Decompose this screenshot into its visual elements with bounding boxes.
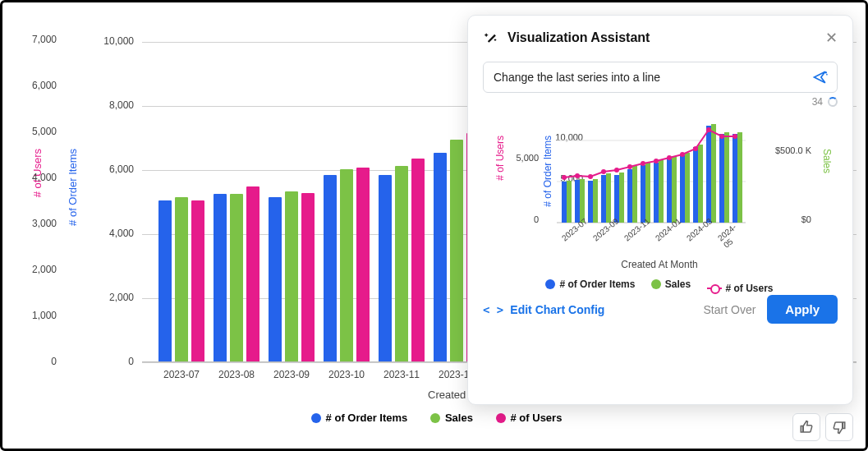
mini-legend-users[interactable]: # of Users xyxy=(707,283,774,294)
bar-order-items[interactable] xyxy=(269,197,282,361)
bar-sales[interactable] xyxy=(340,169,353,361)
bar-users[interactable] xyxy=(191,200,204,361)
prompt-row xyxy=(483,62,838,93)
feedback-row xyxy=(792,413,853,441)
svg-rect-32 xyxy=(737,132,742,223)
y1-tick: 0 xyxy=(7,356,57,367)
bar-users[interactable] xyxy=(246,186,259,361)
mini-x-axis-label: Created At Month xyxy=(483,259,836,270)
panel-header: Visualization Assistant ✕ xyxy=(483,29,838,47)
svg-rect-7 xyxy=(575,180,580,223)
svg-rect-10 xyxy=(593,179,598,223)
y1-tick: 2,000 xyxy=(7,264,57,275)
svg-point-35 xyxy=(588,174,593,179)
y2-tick: 6,000 xyxy=(85,163,134,175)
prompt-input[interactable] xyxy=(492,70,806,85)
svg-point-40 xyxy=(654,159,659,163)
apply-button[interactable]: Apply xyxy=(767,295,838,324)
svg-rect-11 xyxy=(601,175,606,223)
thumbs-up-button[interactable] xyxy=(792,413,820,441)
mini-y1-tick: 5,000 xyxy=(506,153,539,163)
legend-label: Sales xyxy=(665,278,691,290)
thumbs-down-button[interactable] xyxy=(825,413,853,441)
bar-order-items[interactable] xyxy=(379,175,392,361)
svg-rect-22 xyxy=(672,156,677,223)
bar-sales[interactable] xyxy=(395,166,408,361)
x-tick: 2023-10 xyxy=(328,369,365,380)
visualization-assistant-panel: Visualization Assistant ✕ 34 # of Users … xyxy=(467,15,853,405)
app-stage: # of Users # of Order Items 0 1,000 2,00… xyxy=(0,0,868,451)
x-axis-label: Created xyxy=(428,389,466,401)
legend-order-items[interactable]: # of Order Items xyxy=(311,412,408,424)
mini-legend-sales[interactable]: Sales xyxy=(651,278,691,290)
legend-label: # of Users xyxy=(726,283,774,294)
bar-sales[interactable] xyxy=(450,140,463,361)
bar-users[interactable] xyxy=(301,193,315,361)
edit-config-label: Edit Chart Config xyxy=(510,303,604,316)
edit-chart-config-link[interactable]: < > Edit Chart Config xyxy=(483,303,704,316)
mini-y3-tick: $500.0 K xyxy=(775,145,811,155)
close-icon[interactable]: ✕ xyxy=(825,29,838,47)
svg-rect-6 xyxy=(567,181,572,223)
bar-order-items[interactable] xyxy=(158,200,172,361)
legend-sales[interactable]: Sales xyxy=(430,412,473,424)
svg-point-43 xyxy=(693,146,698,151)
mini-y3-tick: $0 xyxy=(801,214,811,224)
svg-rect-23 xyxy=(680,155,685,223)
mini-legend: # of Order Items Sales # of Users xyxy=(483,278,836,294)
bar-sales[interactable] xyxy=(230,194,243,361)
svg-rect-29 xyxy=(719,134,724,223)
svg-rect-12 xyxy=(606,173,611,223)
bar-order-items[interactable] xyxy=(434,153,447,361)
y2-ticks: 0 2,000 4,000 6,000 8,000 10,000 xyxy=(85,17,137,362)
y1-tick: 5,000 xyxy=(7,126,57,137)
legend-label: # of Users xyxy=(511,412,563,424)
svg-point-44 xyxy=(706,127,711,132)
x-tick: 2023-08 xyxy=(218,369,255,380)
mini-y3-label: Sales xyxy=(821,149,833,173)
x-tick: 2023-11 xyxy=(383,369,420,380)
svg-rect-15 xyxy=(627,169,632,223)
bar-sales[interactable] xyxy=(175,197,188,361)
svg-point-41 xyxy=(667,155,672,160)
svg-rect-26 xyxy=(698,145,703,223)
svg-rect-18 xyxy=(645,163,650,223)
send-icon[interactable] xyxy=(812,69,829,85)
bar-order-items[interactable] xyxy=(324,175,337,361)
legend-users[interactable]: # of Users xyxy=(496,412,563,424)
mini-y1-label: # of Users xyxy=(494,136,506,181)
mini-y1-tick: 0 xyxy=(506,214,539,224)
svg-point-33 xyxy=(562,175,567,180)
start-over-link[interactable]: Start Over xyxy=(704,303,756,316)
svg-point-45 xyxy=(719,134,724,139)
bar-order-items[interactable] xyxy=(214,194,227,361)
spinner-icon xyxy=(828,97,838,107)
bar-group xyxy=(214,186,259,361)
svg-rect-27 xyxy=(706,126,711,223)
y1-tick: 6,000 xyxy=(7,80,57,91)
main-legend: # of Order Items Sales # of Users xyxy=(2,412,868,426)
code-icon: < > xyxy=(483,303,503,316)
svg-point-1 xyxy=(826,74,828,76)
mini-chart-preview: # of Users # of Order Items Sales 0 5,00… xyxy=(483,116,838,288)
bar-sales[interactable] xyxy=(285,191,298,361)
svg-point-34 xyxy=(575,173,580,178)
svg-point-39 xyxy=(641,161,645,166)
legend-label: # of Order Items xyxy=(559,278,635,290)
token-counter: 34 xyxy=(483,96,838,108)
svg-rect-19 xyxy=(654,163,659,223)
svg-rect-31 xyxy=(733,134,737,223)
y2-tick: 8,000 xyxy=(85,99,134,111)
y2-tick: 0 xyxy=(85,356,134,367)
bar-group xyxy=(324,168,370,361)
svg-point-42 xyxy=(680,152,685,157)
svg-point-36 xyxy=(601,169,606,174)
svg-rect-16 xyxy=(632,166,637,223)
y1-tick: 3,000 xyxy=(7,218,57,229)
svg-point-46 xyxy=(733,134,737,139)
mini-legend-order-items[interactable]: # of Order Items xyxy=(545,278,635,290)
svg-rect-28 xyxy=(711,124,716,223)
bar-users[interactable] xyxy=(356,168,370,361)
bar-users[interactable] xyxy=(411,159,425,361)
legend-label: Sales xyxy=(445,412,473,424)
